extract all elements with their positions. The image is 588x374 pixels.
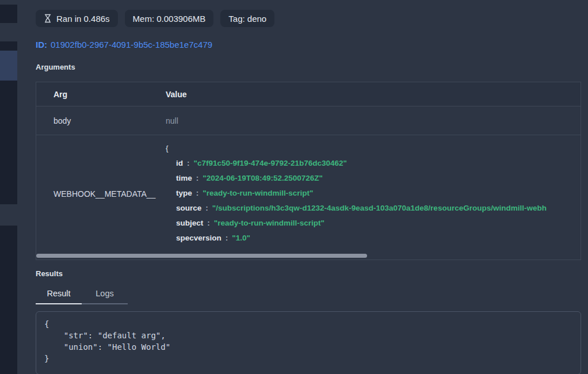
json-key: source xyxy=(176,204,201,212)
results-tabs: Result Logs xyxy=(36,285,581,304)
job-id-label: ID: xyxy=(36,40,47,49)
json-value: "ready-to-run-windmill-script" xyxy=(203,189,313,197)
json-entry: source:"/subscriptions/h3c3qw-d1232-4asd… xyxy=(166,201,581,216)
horizontal-scrollbar-track xyxy=(36,253,581,259)
json-key: type xyxy=(176,189,192,197)
sidebar-item-top[interactable] xyxy=(0,23,17,41)
json-viewer: { id:"c7f91c50-9f19-474e-9792-21b76dc304… xyxy=(166,135,581,253)
job-id-line: ID:01902fb0-2967-4091-9b5c-185be1e7c479 xyxy=(36,39,581,51)
job-id-value[interactable]: 01902fb0-2967-4091-9b5c-185be1e7c479 xyxy=(51,40,212,49)
memory-badge: Mem: 0.003906MB xyxy=(125,10,214,27)
memory-badge-label: Mem: 0.003906MB xyxy=(133,14,206,24)
arg-value-json: { id:"c7f91c50-9f19-474e-9792-21b76dc304… xyxy=(166,135,581,253)
json-value: "ready-to-run-windmill-script" xyxy=(214,219,324,227)
runtime-badge: Ran in 0.486s xyxy=(36,10,118,27)
json-value: "2024-06-19T08:49:52.2500726Z" xyxy=(203,174,323,182)
column-header-value: Value xyxy=(166,90,581,99)
json-value: "1.0" xyxy=(232,234,250,242)
tag-badge-label: Tag: deno xyxy=(228,14,266,24)
sidebar-item-lower[interactable] xyxy=(0,204,17,226)
arg-value: null xyxy=(166,116,581,125)
arguments-table: Arg Value body null WEBHOOK__METADATA__ … xyxy=(36,82,581,260)
arguments-table-header: Arg Value xyxy=(36,82,581,106)
json-entry: time:"2024-06-19T08:49:52.2500726Z" xyxy=(166,171,581,186)
json-colon: : xyxy=(187,159,190,167)
json-key: id xyxy=(176,159,183,167)
column-header-arg: Arg xyxy=(36,90,166,99)
json-value: "c7f91c50-9f19-474e-9792-21b76dc30462" xyxy=(194,159,348,167)
json-value: "/subscriptions/h3c3qw-d1232-4asdk-9easd… xyxy=(212,204,547,212)
json-entry: subject:"ready-to-run-windmill-script" xyxy=(166,216,581,231)
arg-name: WEBHOOK__METADATA__ xyxy=(36,189,166,199)
runtime-badge-label: Ran in 0.486s xyxy=(56,14,110,24)
json-entry: specversion:"1.0" xyxy=(166,231,581,246)
result-line: { xyxy=(44,318,572,330)
json-colon: : xyxy=(205,204,208,212)
hourglass-icon xyxy=(44,14,52,23)
json-key: subject xyxy=(176,219,203,227)
json-entry: type:"ready-to-run-windmill-script" xyxy=(166,186,581,201)
run-stats-badges: Ran in 0.486s Mem: 0.003906MB Tag: deno xyxy=(36,10,581,27)
result-output: { "str": "default arg", "union": "Hello … xyxy=(36,311,581,374)
json-colon: : xyxy=(196,189,199,197)
sidebar xyxy=(0,5,17,374)
table-row: body null xyxy=(36,106,581,135)
tab-result[interactable]: Result xyxy=(36,285,82,304)
result-line: "union": "Hello World" xyxy=(44,341,572,353)
arguments-title: Arguments xyxy=(36,63,581,71)
json-colon: : xyxy=(226,234,228,242)
sidebar-item-active[interactable] xyxy=(0,51,17,81)
table-row: WEBHOOK__METADATA__ { id:"c7f91c50-9f19-… xyxy=(36,135,581,253)
json-colon: : xyxy=(207,219,210,227)
json-entry: id:"c7f91c50-9f19-474e-9792-21b76dc30462… xyxy=(166,156,581,171)
tab-logs[interactable]: Logs xyxy=(82,285,128,304)
result-line: } xyxy=(44,353,572,364)
results-title: Results xyxy=(36,269,581,278)
json-open-brace: { xyxy=(166,141,581,156)
json-colon: : xyxy=(196,174,199,182)
json-key: time xyxy=(176,174,192,182)
tag-badge: Tag: deno xyxy=(220,10,274,27)
job-run-panel: Ran in 0.486s Mem: 0.003906MB Tag: deno … xyxy=(36,0,581,374)
horizontal-scrollbar[interactable] xyxy=(36,254,367,258)
result-line: "str": "default arg", xyxy=(44,330,572,341)
arg-name: body xyxy=(36,116,166,125)
json-key: specversion xyxy=(176,234,222,242)
